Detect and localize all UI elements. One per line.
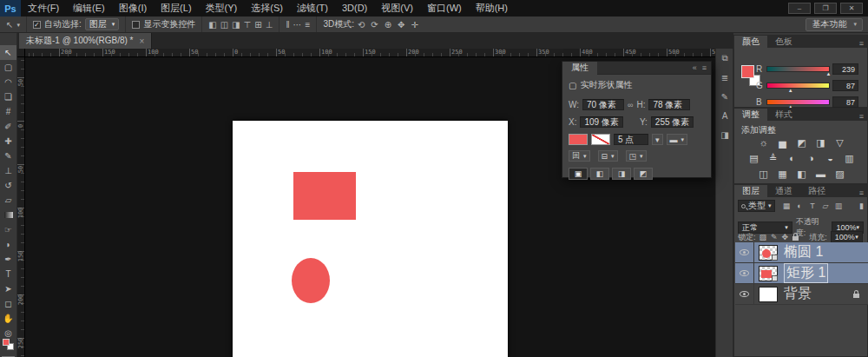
layer-name[interactable]: 矩形 1 [784, 263, 828, 283]
panel-menu-icon[interactable]: ≡ [859, 39, 867, 48]
path-selection-tool[interactable]: ➤ [0, 281, 16, 296]
history-brush-tool[interactable]: ↺ [0, 178, 16, 193]
panel-menu-icon[interactable]: ≡ [859, 188, 867, 197]
x-field[interactable]: 109 像素 [580, 116, 622, 128]
r-slider[interactable] [766, 66, 830, 72]
tab-样式[interactable]: 样式 [767, 109, 800, 121]
swap-colors-widget[interactable] [3, 339, 15, 351]
stroke-corners-select[interactable]: ◳▾ [626, 150, 647, 162]
show-transform-checkbox[interactable] [132, 21, 140, 29]
quick-selection-tool[interactable]: ❏ [0, 89, 16, 104]
layer-filter-type-dropdown[interactable]: 类型 ▾ [738, 200, 775, 212]
menu-item[interactable]: 图层(L) [154, 0, 198, 17]
eye-icon[interactable] [740, 291, 749, 297]
stroke-width-field[interactable]: 5 点 [614, 134, 648, 145]
new-shape-layer-button[interactable]: ▣ [569, 168, 588, 180]
vibrance-adjustment-icon[interactable]: ▽ [834, 136, 846, 149]
tab-properties[interactable]: 属性 [562, 62, 597, 75]
collapse-panel-icon[interactable]: « [693, 63, 697, 72]
type-tool[interactable]: T [0, 267, 16, 281]
photo-filter-adjustment-icon[interactable]: ◑ [806, 152, 818, 164]
eye-icon[interactable] [740, 249, 749, 255]
tab-颜色[interactable]: 颜色 [734, 36, 767, 48]
hand-tool[interactable]: ✋ [0, 311, 16, 326]
filter-adjustment-layers-icon[interactable]: ◐ [794, 201, 806, 212]
fill-dropdown[interactable]: 100% ▾ [831, 231, 863, 243]
filter-shape-layers-icon[interactable]: ▱ [820, 201, 832, 212]
gradient-map-adjustment-icon[interactable]: ▬ [815, 168, 827, 180]
workspace-switcher-button[interactable]: 基本功能 ▾ [806, 18, 863, 31]
distribute-vertical-icon[interactable]: ⋯ [293, 17, 302, 32]
y-field[interactable]: 255 像素 [651, 116, 694, 128]
3d-rotate-icon[interactable]: ⟲ [358, 17, 365, 32]
layer-name[interactable]: 背景 [784, 285, 812, 303]
auto-select-checkbox[interactable]: ✓ [33, 21, 41, 29]
layer-name[interactable]: 椭圆 1 [784, 243, 823, 261]
lock-position-icon[interactable]: ✥ [782, 233, 789, 241]
combine-shapes-button[interactable]: ◧ [590, 168, 609, 180]
posterize-adjustment-icon[interactable]: ▦ [777, 168, 789, 180]
color-lookup-adjustment-icon[interactable]: ▥ [844, 152, 856, 164]
horizontal-ruler[interactable]: 2001501005005010015020025030035040045050… [25, 49, 715, 57]
smudge-tool[interactable]: ☞ [0, 222, 16, 237]
tab-路径[interactable]: 路径 [800, 185, 833, 197]
menu-item[interactable]: 滤镜(T) [290, 0, 335, 17]
menu-item[interactable]: 3D(D) [335, 0, 374, 17]
distribute-spacing-icon[interactable]: ≡ [306, 17, 311, 32]
distribute-horizontal-icon[interactable]: ‖ [286, 17, 289, 32]
channel-mixer-adjustment-icon[interactable]: ◒ [825, 152, 837, 164]
r-value-field[interactable]: 239 [832, 63, 858, 75]
crop-tool[interactable]: # [0, 104, 16, 119]
move-tool[interactable]: ↖ [0, 45, 16, 60]
menu-item[interactable]: 窗口(W) [420, 0, 469, 17]
ruler-origin-corner[interactable] [17, 49, 25, 57]
restore-button[interactable]: ❐ [814, 3, 837, 14]
menu-item[interactable]: 选择(S) [244, 0, 290, 17]
auto-select-target-dropdown[interactable]: 图层 ▾ [85, 18, 120, 30]
document-tab[interactable]: 未标题-1 @ 100%(RGB/8) * × [19, 33, 152, 49]
color-balance-adjustment-icon[interactable]: ≜ [767, 152, 779, 164]
align-left-edges-icon[interactable]: ◧ [208, 17, 216, 32]
threshold-adjustment-icon[interactable]: ◧ [796, 168, 808, 180]
exposure-adjustment-icon[interactable]: ◨ [815, 136, 827, 149]
3d-drag-icon[interactable]: ⊕ [385, 17, 391, 32]
layer-row[interactable]: 椭圆 1 [735, 242, 868, 263]
eye-icon[interactable] [740, 270, 749, 276]
curves-adjustment-icon[interactable]: ◩ [796, 136, 808, 149]
lock-all-icon[interactable] [792, 236, 799, 241]
3d-roll-icon[interactable]: ⟳ [371, 17, 378, 32]
menu-item[interactable]: 类型(Y) [199, 0, 245, 17]
tab-调整[interactable]: 调整 [734, 109, 767, 121]
levels-adjustment-icon[interactable]: ▅ [777, 136, 789, 149]
history-panel-icon[interactable]: ≣ [716, 68, 733, 87]
layer-thumbnail[interactable] [759, 245, 778, 261]
tab-图层[interactable]: 图层 [734, 185, 767, 197]
document-canvas[interactable] [233, 121, 508, 357]
layer-thumbnail[interactable] [759, 266, 778, 281]
b-value-field[interactable]: 87 [832, 96, 858, 108]
menu-item[interactable]: 视图(V) [374, 0, 420, 17]
invert-adjustment-icon[interactable]: ◫ [758, 168, 770, 180]
subtract-shape-button[interactable]: ◨ [612, 168, 631, 180]
stroke-type-dropdown[interactable]: ▬ ▾ [667, 134, 688, 145]
tab-通道[interactable]: 通道 [767, 185, 800, 197]
lasso-tool[interactable]: ◠ [0, 75, 16, 89]
minimize-button[interactable]: – [788, 3, 811, 14]
brightness-contrast-adjustment-icon[interactable]: ☼ [758, 136, 770, 149]
brush-tool[interactable]: ✎ [0, 149, 16, 163]
filter-type-layers-icon[interactable]: T [807, 201, 819, 212]
align-bottom-edges-icon[interactable]: ⊥ [266, 17, 273, 32]
foreground-color-mini-swatch[interactable] [3, 339, 10, 346]
move-tool-icon[interactable]: ↖ [6, 17, 13, 32]
lock-image-pixels-icon[interactable]: ✎ [771, 233, 778, 241]
selective-color-adjustment-icon[interactable]: ▨ [834, 168, 846, 180]
width-field[interactable]: 70 像素 [582, 99, 624, 110]
tab-close-icon[interactable]: × [140, 36, 145, 46]
slider-thumb[interactable]: ▲ [788, 88, 793, 93]
clone-stamp-tool[interactable]: ⊥ [0, 163, 16, 178]
shape-tool[interactable]: ◻ [0, 296, 16, 311]
intersect-shapes-button[interactable]: ◩ [634, 168, 653, 180]
b-slider[interactable] [766, 99, 830, 105]
foreground-color-swatch[interactable] [741, 65, 754, 78]
visibility-cell[interactable] [735, 263, 754, 284]
